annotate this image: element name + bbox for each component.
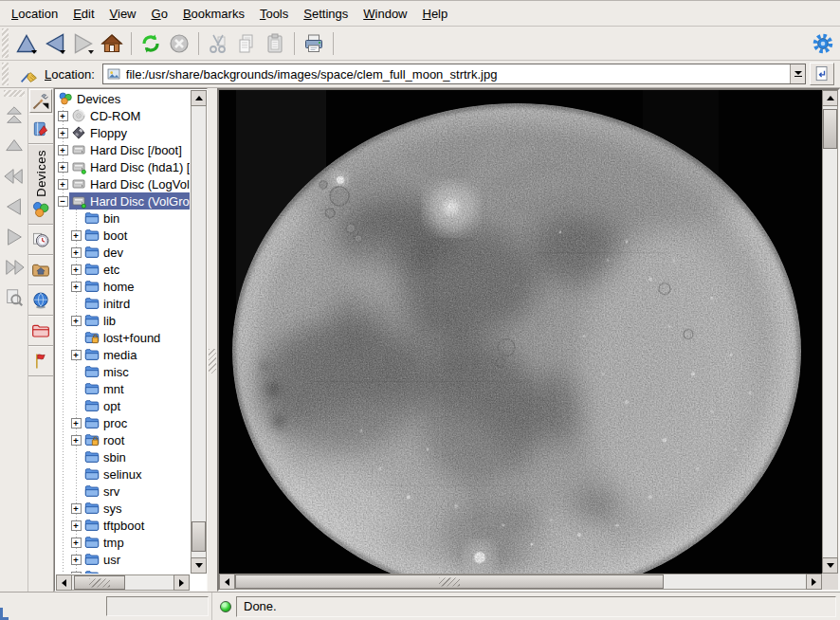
tree-item-tftpboot[interactable]: tftpboot xyxy=(82,517,146,534)
collapse-minus-icon[interactable]: − xyxy=(58,196,68,207)
expand-plus-icon[interactable]: + xyxy=(58,162,68,173)
expand-plus-icon[interactable]: + xyxy=(71,316,82,326)
tree-vscroll-thumb[interactable] xyxy=(192,521,206,552)
expand-plus-icon[interactable]: + xyxy=(71,230,82,241)
tree-row[interactable]: +sys xyxy=(56,500,190,517)
tree-item-initrd[interactable]: initrd xyxy=(82,295,132,312)
tree-row[interactable]: +Hard Disc [/boot] xyxy=(56,141,190,158)
tree-row[interactable]: sbin xyxy=(56,448,190,465)
image-vscroll-thumb[interactable] xyxy=(823,109,837,149)
tree-row[interactable]: +home xyxy=(56,278,190,295)
tree-row[interactable]: selinux xyxy=(56,465,190,483)
tree-item-tmp[interactable]: tmp xyxy=(82,534,126,551)
image-horizontal-scrollbar[interactable] xyxy=(219,574,822,590)
menu-item-bookmarks[interactable]: Bookmarks xyxy=(175,2,252,26)
toolbar-drag-handle[interactable] xyxy=(2,28,9,58)
tree-item-opt[interactable]: opt xyxy=(82,397,122,414)
tree-horizontal-scrollbar[interactable] xyxy=(56,574,190,591)
location-input[interactable]: file:/usr/share/backgrounds/images/space… xyxy=(126,67,790,82)
menu-item-view[interactable]: View xyxy=(102,2,144,26)
image-scroll-left-button[interactable] xyxy=(219,574,235,590)
expand-plus-icon[interactable]: + xyxy=(71,264,82,275)
expand-plus-icon[interactable]: + xyxy=(71,350,82,360)
tree-row[interactable]: +dev xyxy=(56,244,190,261)
image-vertical-scrollbar[interactable] xyxy=(822,90,838,574)
reload-button[interactable] xyxy=(137,29,165,58)
sidebar-tab-history[interactable] xyxy=(28,225,53,255)
tree-expander[interactable]: + xyxy=(69,414,82,431)
home-button[interactable] xyxy=(98,29,126,58)
tree-item-hard-disc-logvol0[interactable]: Hard Disc (LogVol0 xyxy=(69,175,190,192)
tree-item-root[interactable]: root xyxy=(82,431,126,448)
tree-row[interactable]: bin xyxy=(56,210,190,227)
tree-scroll-down-button[interactable] xyxy=(191,557,207,574)
tree-item-hard-disc-hda1-[interactable]: Hard Disc (hda1) [/ xyxy=(69,158,190,175)
location-dropdown-button[interactable] xyxy=(790,64,805,83)
expand-plus-icon[interactable]: + xyxy=(71,503,82,514)
tree-item-home[interactable]: home xyxy=(82,278,137,295)
tree-expander[interactable]: + xyxy=(69,312,82,329)
image-viewport[interactable] xyxy=(219,90,822,574)
menu-item-tools[interactable]: Tools xyxy=(252,2,296,26)
tree-scroll-up-button[interactable] xyxy=(191,90,207,106)
expand-plus-icon[interactable]: + xyxy=(71,572,82,574)
tree-expander[interactable]: + xyxy=(69,227,82,244)
panel-splitter[interactable] xyxy=(208,88,217,592)
tree-expander[interactable]: + xyxy=(69,346,82,363)
expand-plus-icon[interactable]: + xyxy=(71,247,82,258)
tree-item-lost-found[interactable]: lost+found xyxy=(82,329,162,346)
tree-row[interactable]: +usr xyxy=(56,551,190,568)
expand-plus-icon[interactable]: + xyxy=(58,145,68,155)
tree-row[interactable]: −Hard Disc (VolGrou xyxy=(56,192,190,210)
tree-expander[interactable]: + xyxy=(69,517,82,534)
tree-vertical-scrollbar[interactable] xyxy=(191,90,207,574)
expand-plus-icon[interactable]: + xyxy=(58,128,68,138)
tree-row[interactable]: lost+found xyxy=(56,329,190,346)
menu-item-settings[interactable]: Settings xyxy=(296,2,356,26)
tree-item-proc[interactable]: proc xyxy=(82,414,129,431)
menu-item-edit[interactable]: Edit xyxy=(65,2,101,26)
tree-row[interactable]: +media xyxy=(56,346,190,363)
location-toolbar-drag-handle[interactable] xyxy=(2,63,9,85)
sidebar-tab-services[interactable] xyxy=(28,346,53,376)
tree-expander[interactable]: + xyxy=(69,500,82,517)
tree-item-sys[interactable]: sys xyxy=(82,500,124,517)
tree-row[interactable]: srv xyxy=(56,483,190,500)
tree-item-media[interactable]: media xyxy=(82,346,138,363)
tree-row[interactable]: +tftpboot xyxy=(56,517,190,534)
tree-expander[interactable]: + xyxy=(69,551,82,568)
clear-location-button[interactable] xyxy=(16,63,41,85)
sidebar-tab-bookmarks[interactable] xyxy=(28,114,53,144)
tree-expander[interactable]: − xyxy=(56,192,69,210)
tree-row[interactable]: +boot xyxy=(56,227,190,244)
tree-item-floppy[interactable]: Floppy xyxy=(69,124,129,141)
tree-item-usr[interactable]: usr xyxy=(82,551,122,568)
tree-expander[interactable]: + xyxy=(69,534,82,551)
tree-item-cd-rom[interactable]: CD-ROM xyxy=(69,107,142,124)
tree-item-devices[interactable]: Devices xyxy=(56,90,122,107)
tree-expander[interactable]: + xyxy=(69,431,82,448)
sidebar-tab-root-directory[interactable] xyxy=(28,316,53,346)
expand-plus-icon[interactable]: + xyxy=(71,418,82,429)
tree-row[interactable]: misc xyxy=(56,363,190,380)
expand-plus-icon[interactable]: + xyxy=(71,282,82,292)
tree-row[interactable]: +CD-ROM xyxy=(56,107,190,124)
sidebar-tab-devices[interactable]: Devices xyxy=(28,144,53,225)
tree-item-mnt[interactable]: mnt xyxy=(82,380,126,397)
tree-item-dev[interactable]: dev xyxy=(82,244,125,261)
tree-vscroll-track[interactable] xyxy=(191,106,207,557)
tree-expander[interactable]: + xyxy=(56,141,69,158)
tree-expander[interactable]: + xyxy=(69,244,82,261)
tree-item-boot[interactable]: boot xyxy=(82,227,129,244)
back-button[interactable] xyxy=(41,29,69,58)
menu-item-window[interactable]: Window xyxy=(356,2,414,26)
image-vscroll-track[interactable] xyxy=(822,106,838,557)
tree-row[interactable]: +Hard Disc (LogVol0 xyxy=(56,175,190,192)
tree-expander[interactable]: + xyxy=(56,107,69,124)
tree-item-misc[interactable]: misc xyxy=(82,363,131,380)
tree-item-var[interactable]: var xyxy=(82,568,122,574)
image-hscroll-thumb[interactable] xyxy=(235,574,664,589)
expand-plus-icon[interactable]: + xyxy=(71,538,82,548)
location-combobox[interactable]: file:/usr/share/backgrounds/images/space… xyxy=(102,64,806,84)
menu-item-location[interactable]: Location xyxy=(4,2,65,26)
